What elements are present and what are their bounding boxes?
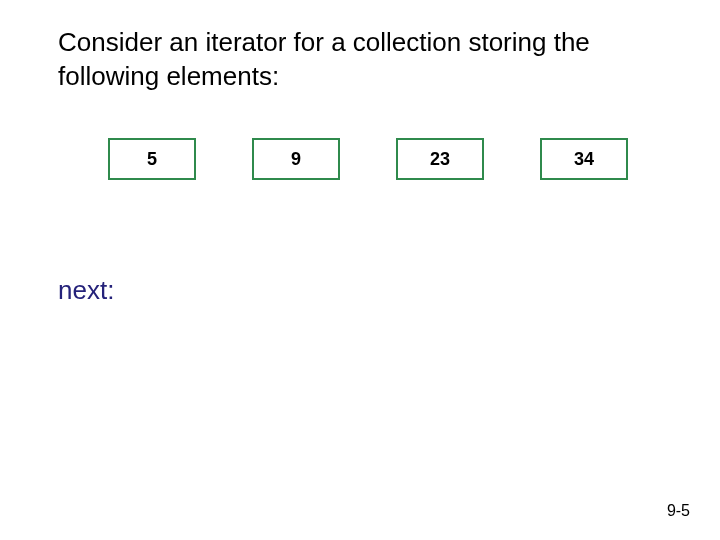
element-boxes: 5 9 23 34: [108, 138, 628, 180]
element-box: 5: [108, 138, 196, 180]
slide-description: Consider an iterator for a collection st…: [58, 26, 658, 94]
page-number: 9-5: [667, 502, 690, 520]
element-box: 23: [396, 138, 484, 180]
element-box: 9: [252, 138, 340, 180]
next-label: next:: [58, 275, 114, 306]
element-box: 34: [540, 138, 628, 180]
